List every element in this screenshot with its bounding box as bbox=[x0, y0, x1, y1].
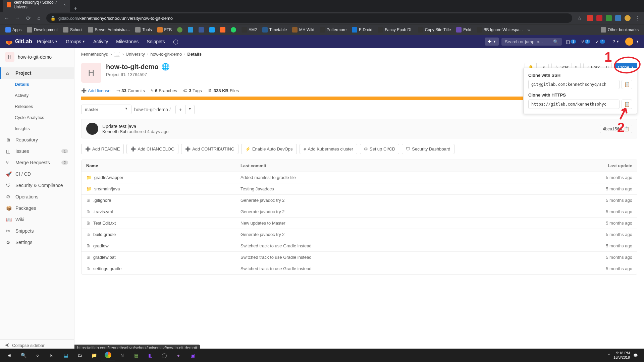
file-commit[interactable]: Testing Javadocs bbox=[240, 186, 582, 191]
avatar-icon[interactable] bbox=[625, 15, 631, 21]
nav-todo-count[interactable]: ✓4 bbox=[594, 39, 606, 45]
action-enable-auto-devops[interactable]: ⚡Enable Auto DevOps bbox=[241, 144, 297, 154]
taskbar-app[interactable]: 📁 bbox=[87, 349, 101, 361]
sidebar-item-releases[interactable]: Releases bbox=[0, 101, 74, 112]
sidebar-item-operations[interactable]: ⚙Operations bbox=[0, 191, 74, 202]
nav-activity[interactable]: Activity bbox=[90, 37, 111, 46]
reload-button[interactable]: ⟳ bbox=[25, 15, 32, 21]
user-dropdown[interactable]: ▼ bbox=[636, 40, 639, 43]
taskbar-app[interactable]: ▣ bbox=[186, 349, 199, 361]
cortana-button[interactable]: ○ bbox=[31, 349, 44, 361]
ext-icon[interactable] bbox=[606, 15, 612, 21]
action-add-contributing[interactable]: ➕Add CONTRIBUTING bbox=[181, 144, 238, 154]
nav-projects[interactable]: Projects▼ bbox=[34, 37, 61, 46]
clone-https-input[interactable] bbox=[528, 100, 620, 109]
search-input[interactable]: Search or jump to... 🔍 bbox=[501, 38, 562, 46]
nav-snippets[interactable]: Snippets bbox=[143, 37, 168, 46]
file-commit[interactable]: Switched track to use Gradle instead bbox=[240, 255, 582, 260]
file-commit[interactable]: Added manifest to gradle file bbox=[240, 175, 582, 180]
path-crumb[interactable]: how-to-git-demo / bbox=[134, 107, 171, 112]
bookmark-item[interactable]: BB Ignore Whitespa... bbox=[475, 26, 525, 34]
taskbar-app[interactable]: 🗂 bbox=[73, 349, 87, 361]
ext-icon[interactable] bbox=[587, 15, 593, 21]
new-tab-button[interactable]: + bbox=[70, 5, 82, 12]
sidebar-item-snippets[interactable]: ✂Snippets bbox=[0, 225, 74, 237]
file-name[interactable]: 🗎build.gradle bbox=[86, 232, 240, 237]
taskbar-app[interactable]: ◧ bbox=[144, 349, 157, 361]
file-commit[interactable]: Switched track to use Gradle instead bbox=[240, 243, 582, 248]
sidebar-item-merge-requests[interactable]: ⑂Merge Requests2 bbox=[0, 157, 74, 168]
commit-message[interactable]: Update test.java bbox=[102, 124, 168, 129]
file-name[interactable]: 📁src/main/java bbox=[86, 186, 240, 191]
sidebar-item-activity[interactable]: Activity bbox=[0, 90, 74, 101]
bookmark-item[interactable] bbox=[207, 26, 217, 34]
sidebar-item-project[interactable]: ⌂Project bbox=[0, 67, 74, 79]
nav-mr-count[interactable]: ⑂2 bbox=[580, 39, 591, 45]
taskview-button[interactable]: ⊡ bbox=[45, 349, 58, 361]
close-icon[interactable]: × bbox=[63, 2, 66, 7]
bookmark-item[interactable]: Copy Site Title bbox=[416, 26, 453, 34]
file-name[interactable]: 🗎gradlew.bat bbox=[86, 255, 240, 260]
stat-size[interactable]: 🗎 328 KB Files bbox=[208, 88, 239, 93]
system-tray[interactable]: ˄ 9:18 PM 16/8/2019 💬 bbox=[608, 351, 641, 360]
sidebar-item-ci-cd[interactable]: 🚀CI / CD bbox=[0, 168, 74, 180]
breadcrumb-link[interactable]: how-to-git-demo bbox=[150, 52, 182, 57]
stat-tags[interactable]: 🏷 3 Tags bbox=[183, 88, 202, 93]
file-commit[interactable]: Switched track to use Gradle instead bbox=[240, 266, 582, 271]
stat-commits[interactable]: ⊸ 33 Commits bbox=[116, 88, 145, 93]
bookmark-item[interactable]: Tools bbox=[133, 26, 154, 34]
file-name[interactable]: 🗎gradlew bbox=[86, 243, 240, 248]
breadcrumb-link[interactable]: kennethsohyq bbox=[81, 52, 108, 57]
bookmark-apps[interactable]: Apps bbox=[3, 26, 23, 34]
sidebar-item-cycle-analytics[interactable]: Cycle Analytics bbox=[0, 112, 74, 123]
file-commit[interactable]: Generate javadoc try 2 bbox=[240, 209, 582, 214]
file-commit[interactable]: Generate javadoc try 2 bbox=[240, 198, 582, 203]
bookmark-item[interactable]: FTB bbox=[155, 26, 174, 34]
taskbar-app[interactable]: N bbox=[115, 349, 129, 361]
user-avatar[interactable] bbox=[625, 38, 633, 46]
menu-icon[interactable]: ⋮ bbox=[634, 15, 641, 21]
add-file-dropdown[interactable]: ▼ bbox=[185, 105, 195, 114]
bookmark-item[interactable] bbox=[197, 26, 206, 34]
taskbar-app[interactable]: ◯ bbox=[158, 349, 171, 361]
ext-icon[interactable] bbox=[615, 15, 621, 21]
taskbar-app[interactable]: ⬓ bbox=[59, 349, 72, 361]
file-name[interactable]: 🗎.travis.yml bbox=[86, 209, 240, 214]
bookmark-item[interactable] bbox=[175, 26, 184, 34]
tray-chevron[interactable]: ˄ bbox=[608, 353, 610, 358]
bookmark-item[interactable]: MH Wiki bbox=[290, 26, 316, 34]
other-bookmarks[interactable]: Other bookmarks bbox=[599, 26, 641, 34]
start-button[interactable]: ⊞ bbox=[3, 349, 16, 361]
branch-selector[interactable]: master▼ bbox=[81, 105, 131, 114]
file-name[interactable]: 🗎Test Edit.txt bbox=[86, 221, 240, 226]
sidebar-item-insights[interactable]: Insights bbox=[0, 123, 74, 134]
bookmark-overflow[interactable]: » bbox=[527, 27, 530, 33]
nav-ops-icon[interactable]: ◯ bbox=[170, 37, 182, 46]
sidebar-item-details[interactable]: Details bbox=[0, 79, 74, 90]
bookmark-item[interactable]: Pottermore bbox=[318, 26, 348, 34]
stat-branches[interactable]: ⑂ 6 Branches bbox=[151, 88, 177, 93]
bookmark-item[interactable] bbox=[186, 26, 195, 34]
bookmark-item[interactable] bbox=[218, 26, 227, 34]
nav-milestones[interactable]: Milestones bbox=[113, 37, 142, 46]
bookmark-item[interactable]: Enki bbox=[454, 26, 473, 34]
file-name[interactable]: 📁gradle/wrapper bbox=[86, 175, 240, 180]
star-icon[interactable]: ☆ bbox=[576, 15, 583, 21]
action-add-changelog[interactable]: ➕Add CHANGELOG bbox=[126, 144, 178, 154]
add-file-button[interactable]: + bbox=[175, 105, 185, 114]
bookmark-item[interactable]: Timetable bbox=[260, 26, 289, 34]
url-field[interactable]: 🔒 gitlab.com/kennethsohyq/school/univers… bbox=[46, 13, 572, 23]
bookmark-item[interactable] bbox=[229, 26, 238, 34]
copy-ssh-button[interactable]: 📋 bbox=[622, 80, 632, 89]
sidebar-item-packages[interactable]: 📦Packages bbox=[0, 202, 74, 214]
bookmark-item[interactable]: Server Administra... bbox=[86, 26, 132, 34]
help-dropdown[interactable]: ? ▼ bbox=[609, 37, 623, 46]
nav-issues-count[interactable]: ◫1 bbox=[565, 39, 577, 45]
sidebar-project-head[interactable]: H how-to-git-demo bbox=[0, 48, 74, 66]
taskbar-clock[interactable]: 9:18 PM 16/8/2019 bbox=[613, 351, 630, 360]
home-button[interactable]: ⌂ bbox=[36, 15, 42, 21]
action-security-dashboard[interactable]: 🛡Security Dashboard bbox=[402, 144, 454, 154]
ext-icon[interactable] bbox=[596, 15, 602, 21]
clone-ssh-input[interactable] bbox=[528, 80, 620, 89]
sidebar-item-settings[interactable]: ⚙Settings bbox=[0, 237, 74, 248]
